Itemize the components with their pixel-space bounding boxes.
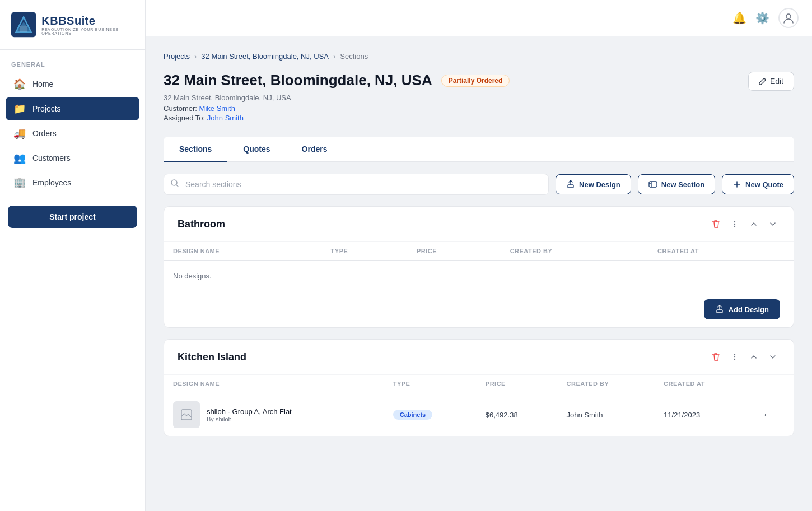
design-created-by-cell: John Smith [558,393,655,436]
plus-icon [732,180,741,189]
topbar: 🔔 ⚙️ [146,0,812,36]
notifications-icon[interactable]: 🔔 [732,11,746,25]
logo-icon [11,10,36,39]
bathroom-down-button[interactable] [766,217,780,231]
status-badge: Partially Ordered [441,75,510,87]
sidebar-item-projects-label: Projects [32,104,61,113]
bathroom-up-button[interactable] [746,217,761,231]
design-name-cell: shiloh - Group A, Arch Flat By shiloh [164,393,384,436]
kitchen-table-wrap: DESIGN NAME TYPE PRICE CREATED BY CREATE… [164,375,794,436]
user-avatar[interactable] [778,8,799,28]
svg-rect-7 [649,182,657,187]
kitchen-island-title: Kitchen Island [178,351,246,363]
ki-col-created-by: CREATED BY [558,375,655,393]
bathroom-delete-button[interactable] [708,217,723,231]
ki-col-price: PRICE [477,375,558,393]
svg-point-12 [734,354,735,355]
svg-rect-3 [20,26,27,32]
page-header: 32 Main Street, Bloomingdale, NJ, USA Pa… [164,72,794,123]
add-design-button[interactable]: Add Design [704,299,780,319]
design-action-cell[interactable]: → [750,393,794,436]
kitchen-more-button[interactable] [727,350,742,364]
svg-point-13 [734,356,735,357]
bathroom-section-actions [708,217,780,231]
tab-sections[interactable]: Sections [164,137,227,162]
svg-point-14 [734,359,735,360]
orders-icon: 🚚 [13,127,26,140]
svg-point-4 [786,14,791,18]
breadcrumb-project[interactable]: 32 Main Street, Bloomingdale, NJ, USA [201,52,329,61]
bathroom-section: Bathroom [164,206,794,328]
project-assigned: Assigned To: John Smith [164,114,510,122]
svg-point-9 [734,224,735,225]
assigned-link[interactable]: John Smith [207,114,244,122]
sidebar-item-orders[interactable]: 🚚 Orders [6,122,139,145]
kitchen-island-section-header: Kitchen Island [164,340,794,375]
no-designs-text: No designs. [164,261,794,292]
settings-icon[interactable]: ⚙️ [755,11,769,25]
sidebar-item-employees-label: Employees [32,178,71,187]
search-input[interactable] [164,174,549,195]
svg-rect-6 [568,185,573,188]
main-area: 🔔 ⚙️ Projects › 32 Main Street, Blooming… [146,0,812,511]
navigate-arrow-icon[interactable]: → [759,410,768,419]
design-type-cell: Cabinets [384,393,477,436]
project-address: 32 Main Street, Bloomingdale, NJ, USA [164,94,510,102]
sidebar-item-customers[interactable]: 👥 Customers [6,146,139,170]
sidebar-item-projects[interactable]: 📁 Projects [6,97,139,120]
bathroom-table: DESIGN NAME TYPE PRICE CREATED BY CREATE… [164,242,794,291]
design-type-badge: Cabinets [393,410,432,420]
bathroom-table-wrap: DESIGN NAME TYPE PRICE CREATED BY CREATE… [164,242,794,291]
design-thumbnail [173,401,200,428]
kitchen-delete-button[interactable] [708,350,723,364]
start-project-button[interactable]: Start project [8,206,137,228]
kitchen-down-button[interactable] [766,350,780,364]
breadcrumb-current: Sections [340,52,368,61]
edit-button[interactable]: Edit [748,72,794,91]
design-by: By shiloh [207,416,292,422]
app-tagline: REVOLUTIONIZE YOUR BUSINESS OPERATIONS [41,27,134,35]
bathroom-section-header: Bathroom [164,207,794,242]
customers-icon: 👥 [13,152,26,164]
design-price-cell: $6,492.38 [477,393,558,436]
upload-icon [566,180,575,189]
page-title-row: 32 Main Street, Bloomingdale, NJ, USA Pa… [164,72,510,89]
ki-col-design-name: DESIGN NAME [164,375,384,393]
add-design-icon [715,305,724,314]
sidebar-nav: 🏠 Home 📁 Projects 🚚 Orders 👥 Customers 🏢… [0,72,145,194]
breadcrumb-projects[interactable]: Projects [164,52,190,61]
customer-link[interactable]: Mike Smith [199,104,235,113]
new-quote-button[interactable]: New Quote [722,174,794,194]
tabs: Sections Quotes Orders [164,137,794,162]
app-name: KBBSuite [41,15,134,27]
edit-icon [759,77,767,85]
ki-col-created-at: CREATED AT [655,375,750,393]
svg-rect-11 [717,310,722,313]
sidebar-item-employees[interactable]: 🏢 Employees [6,171,139,194]
search-action-bar: New Design New Section New Quote [164,174,794,195]
col-price: PRICE [408,242,501,261]
search-wrap [164,174,549,195]
breadcrumb-sep-2: › [333,52,335,61]
sidebar: KBBSuite REVOLUTIONIZE YOUR BUSINESS OPE… [0,0,146,511]
sidebar-item-home-label: Home [32,80,53,89]
new-section-button[interactable]: New Section [638,174,715,194]
kitchen-up-button[interactable] [746,350,761,364]
bathroom-more-button[interactable] [727,217,742,231]
new-design-button[interactable]: New Design [556,174,631,194]
tab-orders[interactable]: Orders [286,137,343,162]
page-title: 32 Main Street, Bloomingdale, NJ, USA [164,72,432,89]
page-title-block: 32 Main Street, Bloomingdale, NJ, USA Pa… [164,72,510,123]
home-icon: 🏠 [13,78,26,90]
design-created-at-cell: 11/21/2023 [655,393,750,436]
bathroom-title: Bathroom [178,219,225,230]
kitchen-island-section: Kitchen Island [164,339,794,436]
design-name: shiloh - Group A, Arch Flat [207,407,292,416]
svg-point-8 [734,221,735,222]
project-customer: Customer: Mike Smith [164,104,510,113]
logo: KBBSuite REVOLUTIONIZE YOUR BUSINESS OPE… [0,0,145,50]
tab-quotes[interactable]: Quotes [227,137,286,162]
sidebar-item-home[interactable]: 🏠 Home [6,72,139,96]
search-icon [170,179,179,190]
col-created-at: CREATED AT [648,242,794,261]
